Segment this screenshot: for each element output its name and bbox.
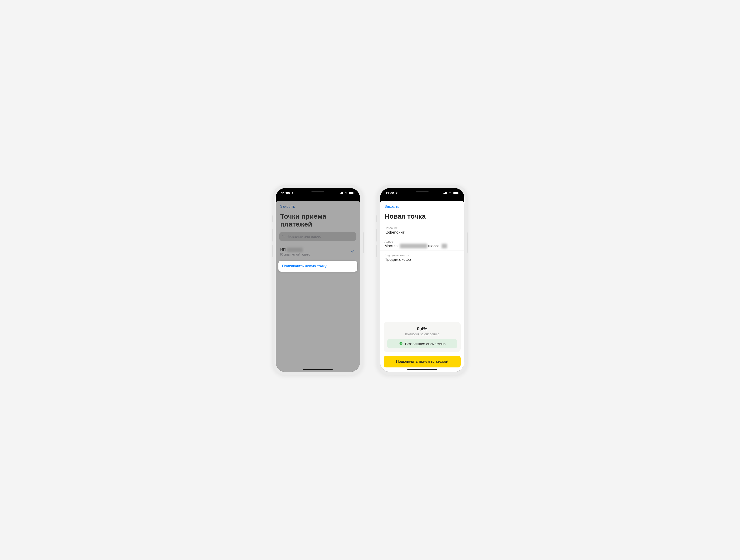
- phone-power-button: [467, 232, 468, 253]
- commission-card: 0,4% Комиссия за операцию % Возвращаем е…: [384, 322, 461, 352]
- activity-label: Вид деятельности: [384, 253, 460, 257]
- search-placeholder: Название или адрес: [287, 234, 321, 239]
- phone-notch: [402, 188, 443, 195]
- item-prefix: ИП: [280, 248, 286, 252]
- svg-rect-0: [339, 194, 340, 194]
- status-time: 11:00: [385, 191, 394, 195]
- svg-rect-5: [349, 192, 354, 194]
- close-button[interactable]: Закрыть: [276, 201, 360, 211]
- add-new-point-button[interactable]: Подключить новую точку: [278, 261, 357, 271]
- svg-rect-13: [458, 193, 459, 194]
- cellular-icon: [339, 192, 343, 194]
- name-label: Название: [384, 226, 460, 230]
- name-field[interactable]: Название Кофепоинт: [380, 224, 464, 237]
- payment-point-item[interactable]: ИП ████ █. Юридический адрес: [276, 245, 360, 259]
- phone-volume-down: [272, 245, 273, 257]
- home-indicator[interactable]: [303, 369, 333, 370]
- heart-percent-icon: %: [399, 341, 403, 346]
- address-label: Адрес: [384, 240, 460, 243]
- checkmark-icon: [351, 249, 355, 254]
- battery-icon: [349, 192, 355, 194]
- phone-notch: [297, 188, 338, 195]
- phone-volume-down: [376, 245, 377, 257]
- svg-text:%: %: [400, 343, 401, 344]
- svg-rect-2: [341, 192, 342, 194]
- phone-power-button: [363, 232, 364, 253]
- address-prefix: Москва,: [384, 244, 400, 248]
- commission-sublabel: Комиссия за операцию: [387, 332, 457, 336]
- address-mid: шоссе,: [427, 244, 442, 248]
- phone-frame-left: 11:00 Закрыть Точки приема платежей Назв: [273, 185, 363, 375]
- phone-silence-switch: [376, 215, 377, 222]
- cellular-icon: [443, 192, 447, 194]
- name-value: Кофепоинт: [384, 230, 460, 235]
- svg-rect-6: [354, 193, 355, 194]
- svg-rect-3: [342, 192, 343, 194]
- connect-payments-button[interactable]: Подключить прием платежей: [384, 356, 461, 367]
- search-input[interactable]: Название или адрес: [279, 232, 356, 241]
- phone-silence-switch: [272, 215, 273, 222]
- close-button[interactable]: Закрыть: [380, 201, 464, 211]
- status-time: 11:00: [281, 191, 290, 195]
- svg-rect-9: [445, 192, 446, 194]
- svg-rect-1: [340, 193, 341, 194]
- home-indicator[interactable]: [407, 369, 437, 370]
- page-title: Новая точка: [380, 211, 464, 224]
- search-icon: [282, 235, 285, 238]
- battery-icon: [453, 192, 459, 194]
- phone-volume-up: [272, 229, 273, 241]
- address-value: Москва, ██████████ шоссе, ██: [384, 244, 460, 248]
- phone-frame-right: 11:00 Закрыть Новая точка Название Кофеп: [377, 185, 467, 375]
- cashback-chip-label: Возвращаем ежемесячно: [405, 342, 446, 346]
- phone-volume-up: [376, 229, 377, 241]
- svg-rect-8: [444, 193, 445, 194]
- commission-rate: 0,4%: [387, 326, 457, 331]
- svg-rect-12: [453, 192, 458, 194]
- page-title: Точки приема платежей: [276, 211, 360, 232]
- modal-sheet: Закрыть Новая точка Название Кофепоинт А…: [380, 201, 464, 372]
- address-field[interactable]: Адрес Москва, ██████████ шоссе, ██: [380, 238, 464, 251]
- wifi-icon: [344, 192, 348, 194]
- svg-rect-7: [443, 194, 444, 194]
- location-icon: [291, 192, 294, 195]
- activity-value: Продажа кофе: [384, 257, 460, 262]
- item-secondary: Юридический адрес: [280, 253, 356, 256]
- svg-rect-10: [446, 192, 447, 194]
- item-redacted: ████ █.: [287, 248, 303, 252]
- wifi-icon: [448, 192, 452, 194]
- cashback-chip[interactable]: % Возвращаем ежемесячно: [387, 339, 457, 348]
- modal-sheet: Закрыть Точки приема платежей Название и…: [276, 201, 360, 372]
- activity-field[interactable]: Вид деятельности Продажа кофе: [380, 252, 464, 264]
- location-icon: [395, 192, 398, 195]
- address-redacted-1: ██████████: [400, 244, 427, 248]
- address-redacted-2: ██: [442, 244, 447, 248]
